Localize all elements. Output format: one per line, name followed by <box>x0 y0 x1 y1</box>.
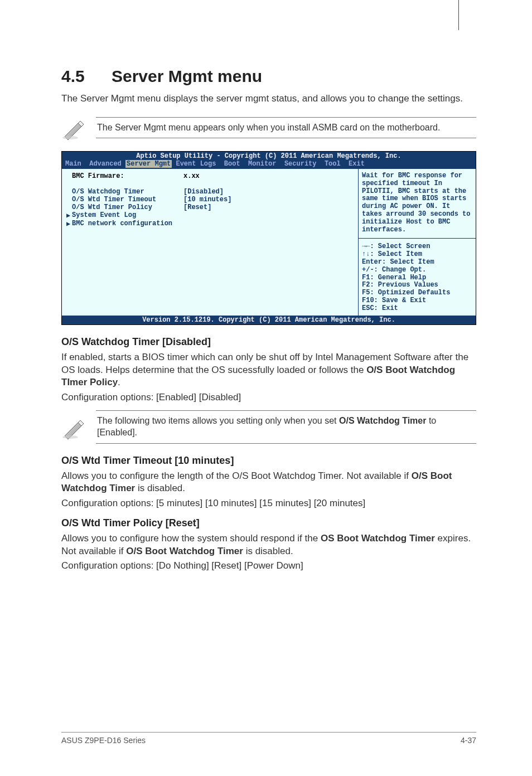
note-1-text: The Server Mgmt menu appears only when y… <box>96 117 476 139</box>
bios-key-3: +/-: Change Opt. <box>362 266 472 274</box>
p-text: is disabled. <box>135 483 185 493</box>
n2-a: The following two items allows you setti… <box>97 416 339 425</box>
bios-row-label: O/S Wtd Timer Policy <box>72 203 183 211</box>
bios-help-pane: Wait for BMC response for specified time… <box>359 169 476 316</box>
bios-row-tri <box>66 196 72 203</box>
note-block-1: The Server Mgmt menu appears only when y… <box>61 115 476 140</box>
bios-key-4: F1: General Help <box>362 274 472 282</box>
bios-row-value: x.xx <box>183 172 200 180</box>
bios-tabs-pre: Main Advanced <box>65 160 125 168</box>
bios-tab-bar: Main Advanced Server Mgmt Event Logs Boo… <box>62 160 476 168</box>
p-text: Allows you to configure the length of th… <box>61 471 412 481</box>
opts-policy: Configuration options: [Do Nothing] [Res… <box>61 560 476 572</box>
section-number: 4.5 <box>61 67 112 86</box>
bios-key-8: ESC: Exit <box>362 305 472 313</box>
section-heading-text: Server Mgmt menu <box>112 67 262 85</box>
triangle-right-icon: ▶ <box>66 220 72 228</box>
footer-left: ASUS Z9PE-D16 Series <box>61 736 146 745</box>
bios-row-tri <box>66 203 72 211</box>
subhead-watchdog: O/S Watchdog Timer [Disabled] <box>61 336 476 348</box>
p-text: Allows you to configure how the system s… <box>61 533 321 544</box>
note-2-text: The following two items allows you setti… <box>96 410 476 444</box>
opts-watchdog: Configuration options: [Enabled] [Disabl… <box>61 391 476 404</box>
bios-row-value: [10 minutes] <box>183 196 231 203</box>
svg-point-1 <box>62 435 78 439</box>
bios-key-2: Enter: Select Item <box>362 259 472 266</box>
bios-row-value: [Reset] <box>183 203 211 211</box>
section-title: 4.5Server Mgmt menu <box>61 67 476 86</box>
bios-key-1: ↑↓: Select Item <box>362 251 472 259</box>
bios-header: Aptio Setup Utility - Copyright (C) 2011… <box>62 152 476 160</box>
bios-left-pane: BMC Firmware:x.xx O/S Watchdog Timer[Dis… <box>62 169 359 316</box>
bios-body: BMC Firmware:x.xx O/S Watchdog Timer[Dis… <box>62 168 476 316</box>
bios-key-5: F2: Previous Values <box>362 282 472 289</box>
note-block-2: The following two items allows you setti… <box>61 410 476 444</box>
bios-row-label: O/S Watchdog Timer <box>72 188 183 196</box>
bios-row-value: [Disabled] <box>183 188 224 196</box>
bios-row-label: BMC Firmware: <box>72 172 183 180</box>
p-text: . <box>118 377 120 387</box>
triangle-right-icon: ▶ <box>66 211 72 220</box>
opts-timeout: Configuration options: [5 minutes] [10 m… <box>61 497 476 510</box>
bios-tab-active[interactable]: Server Mgmt <box>125 160 172 168</box>
bios-help-separator <box>359 238 476 239</box>
note-pencil-icon <box>61 115 86 140</box>
bios-row-tri <box>66 172 72 180</box>
intro-paragraph: The Server Mgmt menu displays the server… <box>61 93 476 105</box>
bios-row-timeout[interactable]: O/S Wtd Timer Timeout[10 minutes] <box>66 196 354 203</box>
para-timeout: Allows you to configure the length of th… <box>61 470 476 495</box>
bios-key-6: F5: Optimized Defaults <box>362 289 472 297</box>
bios-row-label: O/S Wtd Timer Timeout <box>72 196 183 203</box>
bios-row-bmcnet[interactable]: ▶BMC network configuration <box>66 220 354 228</box>
subhead-policy: O/S Wtd Timer Policy [Reset] <box>61 517 476 529</box>
bios-row-policy[interactable]: O/S Wtd Timer Policy[Reset] <box>66 203 354 211</box>
bios-row-label: BMC network configuration <box>72 220 354 228</box>
bios-row-watchdog[interactable]: O/S Watchdog Timer[Disabled] <box>66 188 354 196</box>
bios-row-sel[interactable]: ▶System Event Log <box>66 211 354 220</box>
n2-b: O/S Watchdog Timer <box>339 416 426 425</box>
bios-setup-panel: Aptio Setup Utility - Copyright (C) 2011… <box>61 151 476 326</box>
subhead-timeout: O/S Wtd Timer Timeout [10 minutes] <box>61 455 476 467</box>
top-margin-rule <box>458 0 459 30</box>
bios-row-blank <box>66 180 354 188</box>
bios-row-label: System Event Log <box>72 211 354 220</box>
p-bold: O/S Boot Watchdog Timer <box>126 546 243 556</box>
footer-right: 4-37 <box>461 736 476 745</box>
bios-row-tri <box>66 188 72 196</box>
para-watchdog: If enabled, starts a BIOS timer which ca… <box>61 351 476 389</box>
bios-key-7: F10: Save & Exit <box>362 297 472 305</box>
bios-footer: Version 2.15.1219. Copyright (C) 2011 Am… <box>62 316 476 324</box>
svg-point-0 <box>62 136 78 139</box>
p-text: is disabled. <box>243 546 293 556</box>
p-bold: OS Boot Watchdog Timer <box>321 533 435 544</box>
bios-tabs-post: Event Logs Boot Monitor Security Tool Ex… <box>172 160 365 168</box>
bios-row-firmware: BMC Firmware:x.xx <box>66 172 354 180</box>
note-pencil-icon <box>61 415 86 439</box>
bios-key-0: →←: Select Screen <box>362 243 472 251</box>
bios-help-text: Wait for BMC response for specified time… <box>362 172 472 234</box>
para-policy: Allows you to configure how the system s… <box>61 532 476 557</box>
page-footer: ASUS Z9PE-D16 Series 4-37 <box>61 732 476 745</box>
